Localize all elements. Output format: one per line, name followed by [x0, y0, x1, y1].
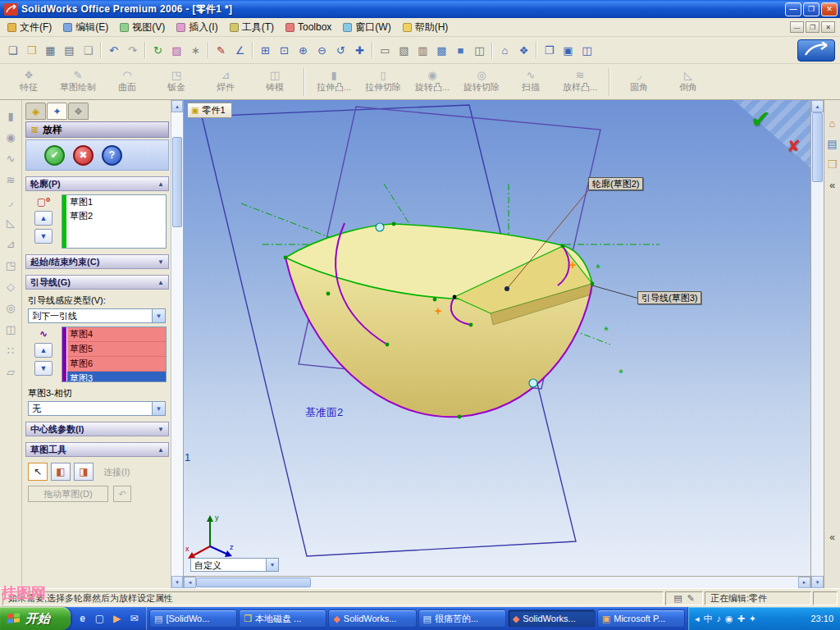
menu-item[interactable]: 工具(T): [224, 19, 280, 36]
move-profile-down-button[interactable]: ▼: [34, 229, 52, 244]
shaded-with-edges-icon[interactable]: ▩: [432, 41, 451, 60]
hscroll-thumb[interactable]: [196, 578, 311, 587]
open-icon[interactable]: ❒: [22, 41, 41, 60]
dropdown-arrow-icon[interactable]: ▼: [152, 309, 165, 322]
hole-wizard-icon[interactable]: ◎: [2, 299, 20, 317]
undo-icon[interactable]: ↶: [104, 41, 123, 60]
draft-icon[interactable]: ◇: [2, 277, 20, 295]
taskbar-task-button[interactable]: ❒ 本地磁盘 ...: [239, 609, 326, 628]
profiles-list[interactable]: 草图1草图2: [62, 194, 167, 249]
taskbar-task-button[interactable]: ▣ Microsoft P...: [597, 609, 685, 628]
rotate-view-icon[interactable]: ↺: [331, 41, 350, 60]
profile-callout[interactable]: 轮廓(草图2): [588, 177, 643, 190]
print-icon[interactable]: ▤: [60, 41, 79, 60]
surfaces-button[interactable]: ◠ 曲面: [103, 66, 151, 98]
panel-scrollbar[interactable]: ▴ ▾: [171, 100, 183, 588]
edit-color-icon[interactable]: ▨: [167, 41, 186, 60]
propertymanager-tab[interactable]: ✦: [47, 103, 67, 120]
mirror-icon[interactable]: ◫: [2, 320, 20, 338]
horizontal-scrollbar[interactable]: ◂ ▸: [184, 576, 810, 588]
fullscreen-icon[interactable]: ❐: [540, 41, 559, 60]
revolved-boss-button[interactable]: ◉ 旋转凸...: [409, 66, 456, 98]
taskbar-task-button[interactable]: ▤ [SolidWo...: [149, 609, 237, 628]
reference-plane-icon[interactable]: ▱: [2, 363, 20, 381]
collapse-taskpane-button[interactable]: «: [829, 180, 835, 190]
menu-item[interactable]: 文件(F): [2, 19, 57, 36]
start-button[interactable]: 开始: [0, 607, 71, 630]
design-library-icon[interactable]: ▤: [827, 139, 837, 149]
loft-body[interactable]: [285, 224, 592, 417]
zoom-area-icon[interactable]: ⊡: [275, 41, 294, 60]
sweep-icon[interactable]: ∿: [2, 149, 20, 167]
move-guide-up-button[interactable]: ▲: [34, 343, 52, 358]
toolbox-panel-icon[interactable]: ▣: [559, 41, 578, 60]
zoom-selection-icon[interactable]: ⊖: [313, 41, 331, 60]
shell-icon[interactable]: ◳: [2, 256, 20, 274]
guide-list-item[interactable]: 草图4: [67, 327, 166, 342]
volume-icon[interactable]: ♪: [717, 614, 722, 623]
options-icon[interactable]: ∗: [186, 41, 205, 60]
scroll-right-button[interactable]: ▸: [798, 577, 810, 588]
standard-views-icon[interactable]: ❖: [514, 41, 533, 60]
scroll-up-button[interactable]: ▴: [811, 100, 824, 112]
scroll-left-button[interactable]: ◂: [184, 577, 196, 588]
restore-button[interactable]: ❐: [803, 2, 819, 16]
save-icon[interactable]: ▦: [41, 41, 60, 60]
scrollbar-track[interactable]: [171, 112, 183, 576]
show-desktop-icon[interactable]: ▢: [93, 612, 107, 626]
hidden-lines-removed-icon[interactable]: ▥: [413, 41, 432, 60]
view-orientation-icon[interactable]: ⌂: [495, 41, 514, 60]
pan-icon[interactable]: ✚: [350, 41, 369, 60]
sweep-button[interactable]: ∿ 扫描: [507, 66, 555, 98]
redo-icon[interactable]: ↷: [123, 41, 142, 60]
guides-list[interactable]: 草图4草图5草图6草图3: [62, 326, 167, 382]
extrude-icon[interactable]: ▮: [2, 107, 20, 125]
minimize-button[interactable]: —: [785, 2, 801, 16]
move-guide-down-button[interactable]: ▼: [34, 361, 52, 376]
loft-icon[interactable]: ≋: [2, 171, 20, 189]
menu-item[interactable]: 帮助(H): [397, 19, 454, 36]
vertical-scrollbar[interactable]: ▴ ▾: [810, 100, 824, 588]
fillet-button[interactable]: ◞ 圆角: [615, 66, 663, 98]
mold-tools-button[interactable]: ◫ 铸模: [251, 66, 299, 98]
dropdown-arrow-icon[interactable]: ▼: [152, 402, 165, 415]
zoom-fit-icon[interactable]: ⊞: [256, 41, 275, 60]
ime-icon[interactable]: 中: [704, 614, 713, 623]
new-icon[interactable]: ❏: [3, 41, 22, 60]
vscroll-thumb[interactable]: [812, 112, 823, 182]
doc-restore-button[interactable]: ❐: [806, 21, 819, 33]
internet-explorer-icon[interactable]: e: [75, 612, 89, 626]
solidworks-resources-icon[interactable]: ⌂: [829, 118, 836, 129]
mail-icon[interactable]: ✉: [127, 612, 141, 626]
dimension-icon[interactable]: ∠: [231, 41, 249, 60]
sketch-draw-button[interactable]: ✎ 草图绘制: [54, 66, 102, 98]
chamfer-icon[interactable]: ◺: [2, 213, 20, 231]
revolved-cut-button[interactable]: ◎ 旋转切除: [458, 66, 505, 98]
shaded-icon[interactable]: ■: [451, 41, 470, 60]
scrollbar-thumb[interactable]: [172, 137, 182, 227]
undo-small-icon[interactable]: ↶: [113, 486, 131, 502]
window-split-icon[interactable]: ◫: [578, 41, 596, 60]
plane-label[interactable]: 基准面2: [305, 405, 343, 420]
close-button[interactable]: ✕: [821, 2, 838, 16]
sheet-metal-button[interactable]: ◳ 钣金: [153, 66, 200, 98]
profiles-section-header[interactable]: 轮廓(P) ▲: [25, 176, 169, 191]
section-view-icon[interactable]: ◫: [470, 41, 489, 60]
cancel-button[interactable]: ✖: [73, 145, 94, 166]
zoom-in-out-icon[interactable]: ⊕: [294, 41, 313, 60]
tangency-dropdown[interactable]: 无 ▼: [28, 401, 166, 416]
profile-list-item[interactable]: 草图1: [67, 195, 166, 209]
configurationmanager-tab[interactable]: ❖: [68, 103, 89, 120]
menu-item[interactable]: Toolbox: [280, 19, 337, 36]
guide-list-item[interactable]: 草图6: [67, 357, 166, 372]
weldments-button[interactable]: ⊿ 焊件: [202, 66, 249, 98]
view-custom-dropdown[interactable]: 自定义 ▾: [190, 558, 279, 572]
fillet-icon[interactable]: ◞: [2, 192, 20, 210]
profile-list-item[interactable]: 草图2: [67, 209, 166, 223]
menu-item[interactable]: 视图(V): [114, 19, 171, 36]
pattern-icon[interactable]: ∷: [2, 341, 20, 359]
rib-icon[interactable]: ⊿: [2, 235, 20, 253]
scroll-down-button[interactable]: ▾: [811, 576, 824, 588]
hscroll-track[interactable]: [196, 577, 798, 588]
featuremanager-tab[interactable]: ◈: [25, 103, 46, 120]
